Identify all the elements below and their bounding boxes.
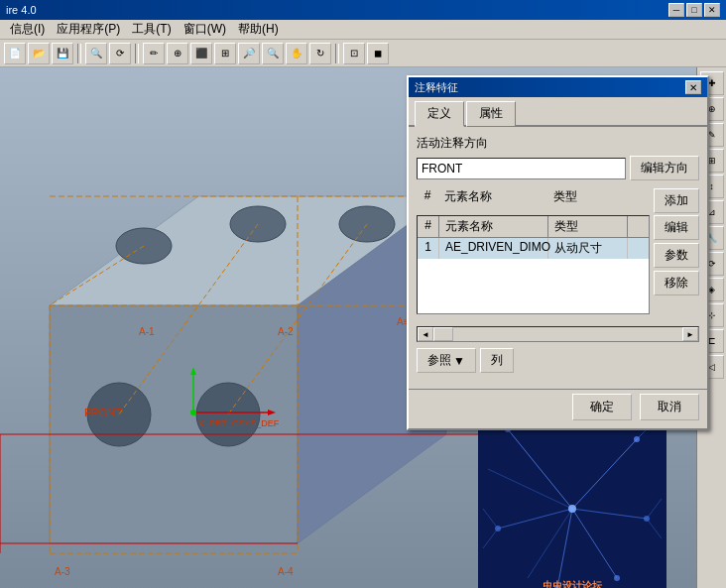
direction-label: 活动注释方向 <box>417 135 699 152</box>
neural-background: 虫虫设计论坛 bbs.chinade.net <box>478 410 666 588</box>
svg-rect-34 <box>478 410 666 588</box>
svg-point-52 <box>634 436 640 442</box>
dialog-tabs: 定义 属性 <box>409 97 707 127</box>
cell-type: 从动尺寸 <box>548 238 628 259</box>
tab-attributes[interactable]: 属性 <box>466 101 516 127</box>
tb-regen[interactable]: ⟳ <box>109 43 131 64</box>
tb-rotate[interactable]: ↻ <box>309 43 331 64</box>
cell-num: 1 <box>418 238 439 259</box>
watermark: 虫虫设计论坛 bbs.chinade.net <box>478 579 666 588</box>
svg-text:FRONT: FRONT <box>84 407 122 418</box>
tb-sketch[interactable]: ✏ <box>143 43 165 64</box>
main-area: 259.66 FRONT X_PRT_CSYS_DEF A-3 A-1 A-2 … <box>0 67 726 588</box>
menu-tools[interactable]: 工具(T) <box>126 19 177 40</box>
svg-text:A-3: A-3 <box>55 566 70 577</box>
ref-btn[interactable]: 参照 ▼ <box>417 348 476 373</box>
tb-save[interactable]: 💾 <box>52 43 73 64</box>
scroll-right[interactable]: ► <box>682 327 698 341</box>
svg-point-50 <box>568 505 576 513</box>
tb-sep3 <box>335 44 339 63</box>
tb-open[interactable]: 📂 <box>28 43 50 64</box>
remove-btn[interactable]: 移除 <box>654 271 699 295</box>
direction-row: 编辑方向 <box>417 156 699 180</box>
dialog-close-btn[interactable]: ✕ <box>685 80 701 94</box>
tab-define[interactable]: 定义 <box>415 101 464 127</box>
scroll-track[interactable] <box>433 327 682 341</box>
scroll-thumb[interactable] <box>433 327 453 341</box>
ref-col-row: 参照 ▼ 列 <box>417 348 699 373</box>
edit-btn[interactable]: 编辑 <box>654 215 699 240</box>
close-btn[interactable]: ✕ <box>704 3 720 17</box>
tb-zoom-fit[interactable]: ⊞ <box>214 43 236 64</box>
params-btn[interactable]: 参数 <box>654 243 699 268</box>
ref-arrow: ▼ <box>453 354 465 368</box>
watermark-line1: 虫虫设计论坛 <box>478 579 666 588</box>
menu-window[interactable]: 窗口(W) <box>178 19 232 40</box>
tb-datum[interactable]: ⊕ <box>167 43 188 64</box>
table-scrollbar[interactable]: ◄ ► <box>417 326 699 342</box>
tb-sep1 <box>77 44 81 63</box>
table-header: # 元素名称 类型 <box>418 216 649 238</box>
menu-help[interactable]: 帮助(H) <box>232 19 285 40</box>
add-btn[interactable]: 添加 <box>654 188 699 213</box>
dialog-body: 活动注释方向 编辑方向 # 元素名称 类型 添加 <box>409 127 707 389</box>
menu-info[interactable]: 信息(I) <box>4 19 51 40</box>
svg-text:A-1: A-1 <box>139 326 155 337</box>
tb-new[interactable]: 📄 <box>4 43 26 64</box>
th-type: 类型 <box>548 216 628 237</box>
svg-point-54 <box>644 516 650 522</box>
tb-shading[interactable]: ◼ <box>367 43 389 64</box>
tb-zoom-out[interactable]: 🔍 <box>262 43 284 64</box>
dialog-footer: 确定 取消 <box>409 389 707 428</box>
cell-name: AE_DRIVEN_DIMO <box>439 238 548 259</box>
col-btn[interactable]: 列 <box>480 348 514 373</box>
col-header-name: 元素名称 <box>438 188 547 213</box>
elements-table[interactable]: # 元素名称 类型 1 AE_DRIVEN_DIMO 从动尺寸 <box>417 215 650 314</box>
svg-text:A-4: A-4 <box>278 566 294 577</box>
direction-input[interactable] <box>417 158 626 179</box>
svg-point-21 <box>190 410 196 415</box>
tb-sep2 <box>135 44 139 63</box>
app-title: ire 4.0 <box>6 4 668 16</box>
svg-text:A-2: A-2 <box>278 326 294 337</box>
svg-text:X_PRT_CSYS_DEF: X_PRT_CSYS_DEF <box>198 418 280 428</box>
svg-point-53 <box>495 526 501 531</box>
maximize-btn[interactable]: □ <box>686 3 702 17</box>
tb-search[interactable]: 🔍 <box>85 43 107 64</box>
th-name: 元素名称 <box>439 216 548 237</box>
table-row[interactable]: 1 AE_DRIVEN_DIMO 从动尺寸 <box>418 238 649 259</box>
toolbar: 📄 📂 💾 🔍 ⟳ ✏ ⊕ ⬛ ⊞ 🔎 🔍 ✋ ↻ ⊡ ◼ <box>0 40 726 67</box>
scroll-left[interactable]: ◄ <box>418 327 433 341</box>
dialog-title-bar: 注释特征 ✕ <box>409 77 707 97</box>
tb-pan[interactable]: ✋ <box>286 43 307 64</box>
minimize-btn[interactable]: ─ <box>668 3 684 17</box>
edit-direction-btn[interactable]: 编辑方向 <box>630 156 699 180</box>
col-header-type: 类型 <box>547 188 627 213</box>
cancel-btn[interactable]: 取消 <box>640 394 699 420</box>
th-num: # <box>418 216 439 237</box>
dialog-title-text: 注释特征 <box>415 80 685 95</box>
annotation-dialog: 注释特征 ✕ 定义 属性 活动注释方向 编辑方向 # 元素名称 类型 添加 <box>407 75 709 430</box>
tb-zoom-in[interactable]: 🔎 <box>238 43 260 64</box>
title-bar: ire 4.0 ─ □ ✕ <box>0 0 726 20</box>
col-header-num: # <box>417 188 438 213</box>
tb-extrude[interactable]: ⬛ <box>190 43 212 64</box>
menu-bar: 信息(I) 应用程序(P) 工具(T) 窗口(W) 帮助(H) <box>0 20 726 40</box>
ref-label: 参照 <box>427 352 451 369</box>
tb-orient[interactable]: ⊡ <box>343 43 365 64</box>
ok-btn[interactable]: 确定 <box>572 394 632 420</box>
menu-app[interactable]: 应用程序(P) <box>51 19 126 40</box>
